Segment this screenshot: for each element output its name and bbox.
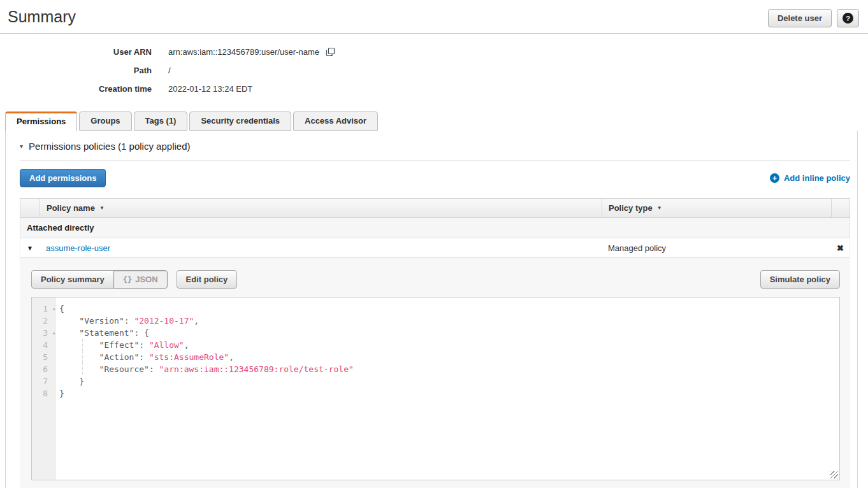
policy-name-link[interactable]: assume-role-user [46, 243, 110, 253]
sort-icon: ▼ [657, 205, 662, 211]
tab-bar: PermissionsGroupsTags (1)Security creden… [5, 111, 868, 131]
line-number: 4 [32, 339, 56, 351]
tab-security-credentials[interactable]: Security credentials [189, 111, 291, 131]
braces-icon: {} [123, 275, 132, 284]
remove-policy-icon[interactable]: ✖ [831, 243, 850, 253]
detail-value-text: arn:aws:iam::123456789:user/user-name [168, 47, 319, 57]
add-inline-policy-link[interactable]: + Add inline policy [770, 173, 850, 183]
detail-row: User ARNarn:aws:iam::123456789:user/user… [0, 43, 868, 61]
json-text: , [229, 352, 234, 362]
attached-policies-table: Policy name ▼ Policy type ▼ Attached dir… [20, 198, 850, 488]
indent-guide [82, 351, 83, 363]
add-inline-policy-label: Add inline policy [784, 173, 850, 183]
page-title: Summary [8, 8, 76, 26]
table-header-row: Policy name ▼ Policy type ▼ [20, 198, 850, 218]
json-string-value: "sts:AssumeRole" [149, 352, 229, 362]
sort-icon: ▼ [99, 205, 105, 211]
help-button[interactable]: ? [837, 9, 859, 27]
json-string-value: "Allow" [149, 340, 184, 350]
code-line: "Effect": "Allow", [59, 339, 839, 351]
json-text: , [194, 316, 199, 326]
detail-row: Creation time2022-01-12 13:24 EDT [0, 80, 868, 98]
delete-user-button[interactable]: Delete user [768, 9, 832, 27]
tab-access-advisor[interactable]: Access Advisor [293, 111, 378, 131]
json-text: } [59, 377, 84, 386]
user-details: User ARNarn:aws:iam::123456789:user/user… [0, 34, 868, 98]
tab-tags-1[interactable]: Tags (1) [134, 111, 188, 131]
detail-label: Path [0, 66, 152, 75]
json-text: "Action": [59, 352, 149, 362]
policy-name-column-header[interactable]: Policy name ▼ [40, 199, 602, 217]
json-string-value: "arn:aws:iam::123456789:role/test-role" [159, 364, 354, 374]
policy-detail-toolbar: Policy summary {} JSON Edit policy Simul… [31, 270, 840, 289]
json-code-editor[interactable]: 1▾23▾45678 { "Version": "2012-10-17", "S… [31, 297, 840, 480]
json-text: "Resource": [59, 364, 159, 374]
editor-gutter: 1▾23▾45678 [32, 298, 56, 480]
detail-value: arn:aws:iam::123456789:user/user-name [168, 47, 335, 57]
json-string-value: "2012-10-17" [134, 316, 194, 326]
row-expander-icon[interactable]: ▼ [20, 245, 40, 252]
indent-guide [82, 363, 83, 375]
section-collapse-icon: ▾ [20, 143, 23, 150]
expanded-policy-detail: Policy summary {} JSON Edit policy Simul… [20, 257, 850, 488]
permissions-tab-panel: ▾ Permissions policies (1 policy applied… [5, 131, 858, 488]
json-text: { [59, 304, 64, 313]
code-line: "Statement": { [59, 327, 839, 339]
section-heading-label: Permissions policies (1 policy applied) [29, 141, 190, 152]
fold-caret-icon[interactable]: ▾ [52, 327, 55, 340]
indent-guide [82, 339, 83, 351]
simulate-policy-button[interactable]: Simulate policy [760, 270, 840, 289]
attached-directly-group-row: Attached directly [20, 218, 850, 238]
json-text: "Statement": { [59, 328, 149, 338]
policy-actions-row: Add permissions + Add inline policy [6, 161, 857, 196]
permissions-policies-section-toggle[interactable]: ▾ Permissions policies (1 policy applied… [6, 131, 857, 160]
json-text: } [59, 389, 64, 398]
expander-column-header [20, 199, 40, 217]
copy-arn-icon[interactable] [326, 47, 335, 57]
detail-value-text: / [168, 66, 171, 75]
json-text: "Effect": [59, 340, 149, 350]
plus-icon: + [770, 173, 779, 183]
policy-summary-button[interactable]: Policy summary [31, 270, 114, 289]
add-permissions-button[interactable]: Add permissions [20, 169, 106, 187]
json-text: "Version": [59, 316, 134, 326]
detail-row: Path/ [0, 61, 868, 80]
detail-label: Creation time [0, 84, 152, 94]
line-number: 2 [32, 315, 56, 327]
json-view-button[interactable]: {} JSON [113, 270, 168, 289]
code-line: { [59, 303, 839, 315]
page-header: Summary Delete user ? [0, 0, 868, 34]
line-number: 1▾ [32, 303, 56, 315]
json-text: , [184, 340, 189, 350]
code-line: } [59, 375, 839, 387]
policy-table-row: ▼ assume-role-user Managed policy ✖ [20, 238, 850, 257]
code-line: } [59, 387, 839, 399]
detail-value: / [168, 66, 171, 75]
code-line: "Resource": "arn:aws:iam::123456789:role… [59, 363, 839, 375]
line-number: 3▾ [32, 327, 56, 339]
editor-resize-grip[interactable] [830, 471, 838, 478]
line-number: 8 [32, 387, 56, 399]
header-actions: Delete user ? [768, 9, 859, 27]
edit-policy-button[interactable]: Edit policy [177, 270, 238, 289]
actions-column-header [831, 199, 850, 217]
detail-label: User ARN [0, 47, 152, 57]
policy-type-column-header[interactable]: Policy type ▼ [602, 199, 831, 217]
policy-type-cell: Managed policy [602, 243, 831, 253]
tab-groups[interactable]: Groups [79, 111, 131, 131]
help-icon: ? [843, 13, 853, 24]
fold-caret-icon[interactable]: ▾ [52, 303, 55, 315]
code-line: "Action": "sts:AssumeRole", [59, 351, 839, 363]
tab-permissions[interactable]: Permissions [5, 111, 77, 131]
line-number: 7 [32, 375, 56, 387]
policy-name-cell: assume-role-user [40, 243, 602, 253]
code-line: "Version": "2012-10-17", [59, 315, 839, 327]
detail-value: 2022-01-12 13:24 EDT [168, 84, 252, 94]
line-number: 6 [32, 363, 56, 375]
detail-value-text: 2022-01-12 13:24 EDT [168, 84, 252, 94]
editor-code-area: { "Version": "2012-10-17", "Statement": … [56, 298, 839, 480]
line-number: 5 [32, 351, 56, 363]
